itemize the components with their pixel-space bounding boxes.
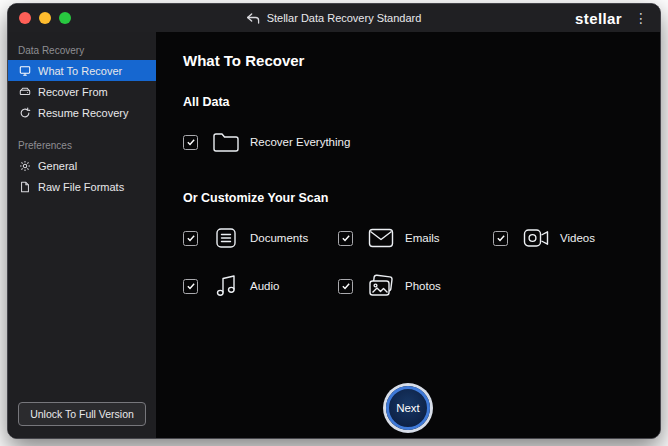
documents-checkbox[interactable] xyxy=(183,231,198,246)
window-title: Stellar Data Recovery Standard xyxy=(267,12,422,24)
all-data-heading: All Data xyxy=(183,95,660,109)
sidebar-item-resume-recovery[interactable]: Resume Recovery xyxy=(8,102,156,123)
audio-checkbox[interactable] xyxy=(183,279,198,294)
sidebar-item-recover-from[interactable]: Recover From xyxy=(8,81,156,102)
customize-options-grid: Documents Emails xyxy=(183,221,660,303)
option-photos: Photos xyxy=(338,269,493,303)
gear-icon xyxy=(18,159,31,172)
document-icon xyxy=(211,226,241,250)
minimize-button[interactable] xyxy=(39,12,51,24)
option-videos: Videos xyxy=(493,221,648,255)
app-window: Stellar Data Recovery Standard stellar ⋮… xyxy=(7,3,661,439)
drive-icon xyxy=(18,85,31,98)
checkmark-icon xyxy=(186,281,196,291)
sidebar-item-label: Raw File Formats xyxy=(38,181,124,193)
option-documents: Documents xyxy=(183,221,338,255)
photos-icon xyxy=(366,274,396,298)
sidebar-item-what-to-recover[interactable]: What To Recover xyxy=(8,60,156,81)
page-title: What To Recover xyxy=(183,52,660,69)
traffic-lights xyxy=(8,12,71,24)
option-emails: Emails xyxy=(338,221,493,255)
sidebar-item-label: Resume Recovery xyxy=(38,107,128,119)
stellar-logo: stellar xyxy=(575,10,622,27)
customize-heading: Or Customize Your Scan xyxy=(183,191,660,205)
option-label: Documents xyxy=(250,232,308,244)
sidebar-item-label: General xyxy=(38,160,77,172)
zoom-button[interactable] xyxy=(59,12,71,24)
sidebar-item-label: Recover From xyxy=(38,86,108,98)
option-label: Photos xyxy=(405,280,441,292)
checkmark-icon xyxy=(186,233,196,243)
sidebar-item-raw-file-formats[interactable]: Raw File Formats xyxy=(8,176,156,197)
option-label: Videos xyxy=(560,232,595,244)
option-label: Audio xyxy=(250,280,279,292)
sidebar-item-label: What To Recover xyxy=(38,65,122,77)
envelope-icon xyxy=(366,228,396,248)
video-icon xyxy=(521,228,551,248)
audio-note-icon xyxy=(211,274,241,298)
recover-everything-checkbox[interactable] xyxy=(183,135,198,150)
option-label: Emails xyxy=(405,232,440,244)
more-options-icon[interactable]: ⋮ xyxy=(634,11,648,25)
back-arrow-icon[interactable] xyxy=(247,13,260,24)
sidebar-section-data-recovery: Data Recovery xyxy=(8,40,156,60)
close-button[interactable] xyxy=(19,12,31,24)
raw-file-icon xyxy=(18,180,31,193)
emails-checkbox[interactable] xyxy=(338,231,353,246)
folder-icon xyxy=(211,131,241,153)
option-audio: Audio xyxy=(183,269,338,303)
sidebar-section-preferences: Preferences xyxy=(8,135,156,155)
option-recover-everything: Recover Everything xyxy=(183,125,660,159)
screen-icon xyxy=(18,64,31,77)
checkmark-icon xyxy=(341,233,351,243)
sidebar-item-general[interactable]: General xyxy=(8,155,156,176)
checkmark-icon xyxy=(186,137,196,147)
resume-arrow-icon xyxy=(18,106,31,119)
main-content: What To Recover All Data Recover Everyth… xyxy=(156,32,660,438)
unlock-full-version-button[interactable]: Unlock To Full Version xyxy=(18,402,146,426)
checkmark-icon xyxy=(341,281,351,291)
title-bar: Stellar Data Recovery Standard stellar ⋮ xyxy=(8,4,660,32)
checkmark-icon xyxy=(496,233,506,243)
sidebar: Data Recovery What To Recover Recover Fr… xyxy=(8,32,156,438)
next-button[interactable]: Next xyxy=(386,386,430,430)
option-label: Recover Everything xyxy=(250,136,350,148)
videos-checkbox[interactable] xyxy=(493,231,508,246)
photos-checkbox[interactable] xyxy=(338,279,353,294)
